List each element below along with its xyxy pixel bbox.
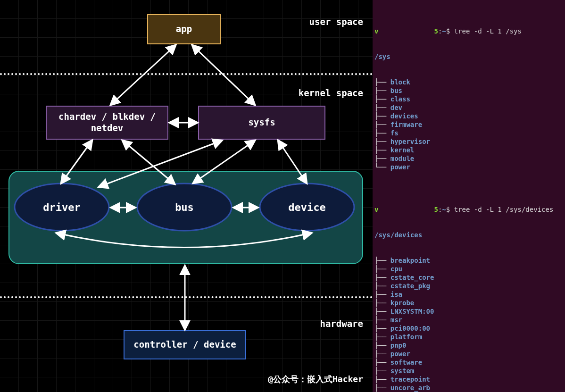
tree-item-name: block [391,78,410,86]
ellipse-device: device [258,182,356,232]
tree-root-1: /sys [374,53,391,60]
tree-item: ├── kprobe [374,299,563,307]
tree-item-name: class [391,95,410,103]
divider-kernel-hw [0,296,373,298]
tree-item: ├── platform [374,333,563,341]
tree-item: ├── block [374,78,563,86]
tree-list-1: ├── block├── bus├── class├── dev├── devi… [374,78,563,171]
tree-item: ├── msr [374,316,563,324]
tree-item-name: hypervisor [391,138,430,145]
ellipse-driver-label: driver [43,201,80,213]
tree-item-name: system [391,367,415,375]
tree-item: ├── pci0000:00 [374,324,563,333]
credit-text: @公众号：嵌入式Hacker [268,374,363,385]
box-sysfs-label: sysfs [248,117,275,128]
label-hardware: hardware [320,318,363,329]
tree-item: ├── cstate_pkg [374,282,563,290]
ellipse-driver: driver [13,182,110,232]
box-app-label: app [176,24,192,35]
tree-item-name: platform [391,333,422,341]
label-kernel-space: kernel space [299,88,363,98]
tree-item: ├── pnp0 [374,341,563,350]
tree-item-name: pci0000:00 [391,325,430,332]
tree-item-name: kprobe [391,299,415,307]
tree-item: ├── cstate_core [374,273,563,282]
ellipse-bus-label: bus [175,201,194,213]
tree-item-name: dev [391,104,402,111]
terminal-cmd-2: tree -d -L 1 /sys/devices [454,206,554,213]
svg-line-3 [111,45,175,105]
tree-item: ├── dev [374,103,563,112]
tree-item: └── power [374,163,563,171]
tree-item: ├── hypervisor [374,137,563,146]
tree-item-name: uncore_arb [391,384,430,392]
divider-user-kernel [0,73,373,75]
tree-item-name: power [391,350,410,358]
tree-item-name: breakpoint [391,257,430,264]
tree-item-name: devices [391,112,418,120]
tree-list-2: ├── breakpoint├── cpu├── cstate_core├── … [374,256,563,392]
label-user-space: user space [309,17,363,27]
ellipse-device-label: device [288,201,325,213]
ellipse-bus: bus [136,182,233,232]
tree-root-2: /sys/devices [374,231,422,239]
tree-item-name: cpu [391,265,402,273]
tree-item: ├── fs [374,129,563,137]
box-chardev-label: chardev / blkdev / netdev [51,111,163,134]
box-controller-label: controller / device [133,339,236,350]
tree-item: ├── isa [374,290,563,299]
tree-item-name: bus [391,87,402,94]
tree-item-name: fs [391,129,399,137]
terminal-cmd-1: tree -d -L 1 /sys [454,27,522,35]
tree-item: ├── bus [374,86,563,95]
terminal-prompt-1: v 5:~$ tree -d -L 1 /sys [374,27,563,35]
tree-item-name: LNXSYSTM:00 [391,308,434,315]
tree-item: ├── class [374,95,563,103]
terminal-prompt-2: v 5:~$ tree -d -L 1 /sys/devices [374,205,563,214]
tree-item-name: kernel [391,146,415,154]
tree-item-name: cstate_core [391,274,434,281]
tree-item: ├── cpu [374,265,563,273]
architecture-diagram: user space kernel space app chardev / bl… [0,0,373,392]
prompt-host: 5 [434,27,438,35]
tree-item-name: firmware [391,121,422,128]
tree-item-name: cstate_pkg [391,282,430,290]
tree-item-name: module [391,155,415,162]
tree-item: ├── LNXSYSTM:00 [374,307,563,316]
tree-item: ├── system [374,367,563,375]
tree-item: ├── uncore_arb [374,384,563,392]
tree-item-name: pnp0 [391,342,407,349]
tree-item-name: power [391,163,410,171]
tree-item: ├── power [374,350,563,358]
tree-item: ├── tracepoint [374,375,563,384]
box-controller: controller / device [124,330,246,359]
svg-line-4 [192,45,255,105]
tree-item-name: isa [391,291,402,298]
tree-item: ├── devices [374,112,563,120]
box-sysfs: sysfs [198,106,325,140]
tree-item: ├── software [374,358,563,367]
tree-item-name: tracepoint [391,375,430,383]
tree-item: ├── kernel [374,146,563,154]
tree-item: ├── firmware [374,120,563,129]
tree-item: ├── breakpoint [374,256,563,265]
tree-item: ├── module [374,154,563,163]
tree-item-name: msr [391,316,402,324]
box-app: app [147,14,221,44]
box-chardev: chardev / blkdev / netdev [46,106,168,140]
tree-item-name: software [391,359,422,366]
terminal-panel: v 5:~$ tree -d -L 1 /sys /sys ├── block├… [373,0,565,392]
